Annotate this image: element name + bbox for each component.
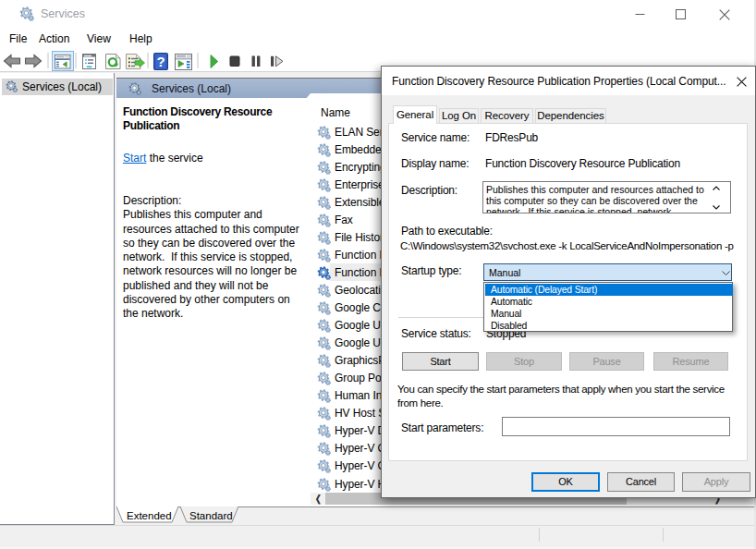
svg-text:Extended: Extended xyxy=(127,510,172,521)
svg-text:Standard: Standard xyxy=(189,510,233,521)
svg-text:?: ? xyxy=(156,54,165,69)
